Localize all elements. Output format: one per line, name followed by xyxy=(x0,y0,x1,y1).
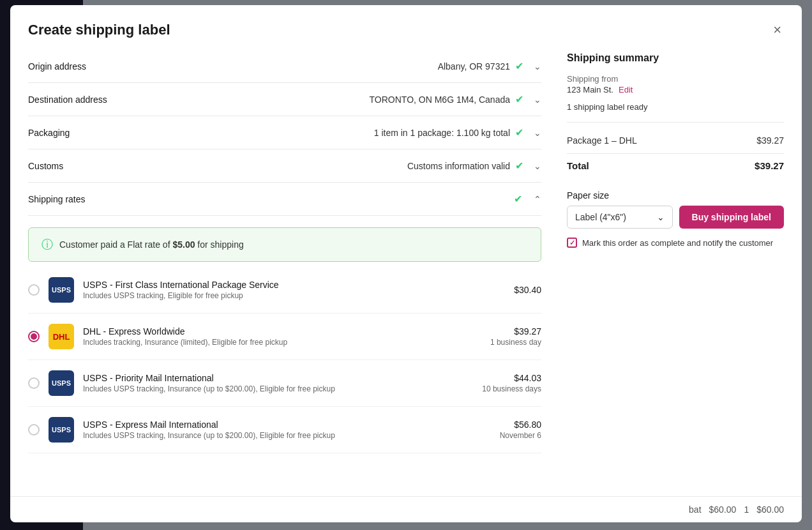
origin-chevron-icon: ⌄ xyxy=(534,61,541,72)
shipping-rates-label: Shipping rates xyxy=(28,194,86,204)
rate-price-usps-express: $56.80 xyxy=(500,420,541,430)
paper-size-chevron: ⌄ xyxy=(657,212,665,222)
rate-details-usps-express: Includes USPS tracking, Insurance (up to… xyxy=(83,431,491,440)
origin-check-icon: ✔ xyxy=(515,60,523,72)
buy-shipping-label-button[interactable]: Buy shipping label xyxy=(679,206,784,229)
summary-package-label: Package 1 – DHL xyxy=(567,135,637,146)
carrier-logo-usps-priority: USPS xyxy=(49,370,74,396)
rates-header-right: ✔ ⌃ xyxy=(514,193,541,205)
customs-check-icon: ✔ xyxy=(515,160,523,172)
origin-address-row[interactable]: Origin address Albany, OR 97321 ✔ ⌄ xyxy=(28,50,541,83)
rate-delivery-dhl-express: 1 business day xyxy=(490,338,541,347)
summary-shipping-from-label: Shipping from xyxy=(567,74,784,84)
rate-name-usps-first: USPS - First Class International Package… xyxy=(83,280,505,290)
rate-info-usps-first: USPS - First Class International Package… xyxy=(83,280,505,300)
rate-price-block-usps-priority: $44.03 10 business days xyxy=(482,373,541,393)
summary-address-line: 123 Main St. Edit xyxy=(567,85,784,95)
notify-checkbox[interactable]: ✓ xyxy=(567,238,577,248)
notify-row: ✓ Mark this order as complete and notify… xyxy=(567,238,784,248)
modal-header: Create shipping label × xyxy=(10,5,802,50)
rate-price-block-usps-express: $56.80 November 6 xyxy=(500,420,541,440)
rate-radio-dhl-express[interactable] xyxy=(28,331,40,342)
rate-option-usps-first[interactable]: USPS USPS - First Class International Pa… xyxy=(28,267,541,314)
rate-radio-usps-priority[interactable] xyxy=(28,377,40,389)
origin-address-label: Origin address xyxy=(28,61,117,72)
rate-price-block-usps-first: $30.40 xyxy=(514,285,541,295)
rate-name-usps-priority: USPS - Priority Mail International xyxy=(83,373,473,383)
rate-name-dhl-express: DHL - Express Worldwide xyxy=(83,326,481,337)
bottom-price2: $60.00 xyxy=(756,504,784,515)
info-circle-icon: ⓘ xyxy=(41,237,53,252)
summary-total-price: $39.27 xyxy=(755,160,784,171)
packaging-row[interactable]: Packaging 1 item in 1 package: 1.100 kg … xyxy=(28,116,541,149)
rate-option-usps-priority[interactable]: USPS USPS - Priority Mail International … xyxy=(28,360,541,407)
rate-details-usps-priority: Includes USPS tracking, Insurance (up to… xyxy=(83,384,473,393)
customs-label: Customs xyxy=(28,161,117,171)
paper-size-row: Label (4"x6") ⌄ Buy shipping label xyxy=(567,206,784,229)
info-banner-text: Customer paid a Flat rate of $5.00 for s… xyxy=(59,239,244,250)
rate-options-list: USPS USPS - First Class International Pa… xyxy=(28,267,541,453)
rate-radio-usps-first[interactable] xyxy=(28,284,40,296)
summary-package-row: Package 1 – DHL $39.27 xyxy=(567,130,784,151)
summary-address: 123 Main St. xyxy=(567,85,613,95)
rate-radio-usps-express[interactable] xyxy=(28,424,40,435)
destination-address-label: Destination address xyxy=(28,95,117,105)
notify-text: Mark this order as complete and notify t… xyxy=(582,238,773,248)
rate-price-dhl-express: $39.27 xyxy=(490,326,541,337)
rates-check-icon: ✔ xyxy=(514,193,522,205)
paper-size-label: Paper size xyxy=(567,190,784,201)
carrier-logo-usps-first: USPS xyxy=(49,277,74,303)
rate-delivery-usps-priority: 10 business days xyxy=(482,384,541,393)
paper-size-value: Label (4"x6") xyxy=(575,212,626,222)
customs-chevron-icon: ⌄ xyxy=(534,161,541,171)
summary-divider-1 xyxy=(567,122,784,123)
customs-value: Customs information valid ✔ ⌄ xyxy=(407,160,541,172)
rate-details-usps-first: Includes USPS tracking, Eligible for fre… xyxy=(83,291,505,300)
rate-delivery-usps-express: November 6 xyxy=(500,431,541,440)
modal-overlay: Create shipping label × Origin address A… xyxy=(0,0,812,530)
packaging-check-icon: ✔ xyxy=(515,126,523,139)
rate-option-dhl-express[interactable]: DHL DHL - Express Worldwide Includes tra… xyxy=(28,314,541,360)
rate-price-usps-priority: $44.03 xyxy=(482,373,541,383)
customs-row[interactable]: Customs Customs information valid ✔ ⌄ xyxy=(28,149,541,183)
summary-total-label: Total xyxy=(567,160,589,171)
summary-total-row: Total $39.27 xyxy=(567,153,784,178)
packaging-chevron-icon: ⌄ xyxy=(534,128,541,138)
packaging-value: 1 item in 1 package: 1.100 kg total ✔ ⌄ xyxy=(374,126,541,139)
origin-address-value: Albany, OR 97321 ✔ ⌄ xyxy=(438,60,541,72)
carrier-logo-usps-express: USPS xyxy=(49,417,74,443)
summary-package-price: $39.27 xyxy=(756,135,784,146)
modal-title: Create shipping label xyxy=(28,22,170,38)
rate-option-usps-express[interactable]: USPS USPS - Express Mail International I… xyxy=(28,407,541,453)
destination-check-icon: ✔ xyxy=(515,93,523,105)
rate-info-dhl-express: DHL - Express Worldwide Includes trackin… xyxy=(83,326,481,347)
rate-details-dhl-express: Includes tracking, Insurance (limited), … xyxy=(83,338,481,347)
rate-info-usps-priority: USPS - Priority Mail International Inclu… xyxy=(83,373,473,393)
rates-chevron-icon: ⌃ xyxy=(534,194,541,204)
close-button[interactable]: × xyxy=(771,20,784,40)
paper-size-select[interactable]: Label (4"x6") ⌄ xyxy=(567,206,673,229)
carrier-logo-dhl-express: DHL xyxy=(49,324,74,349)
summary-title: Shipping summary xyxy=(567,52,784,64)
bottom-bar: bat $60.00 1 $60.00 xyxy=(10,496,802,522)
bottom-item: bat xyxy=(689,504,701,515)
rate-price-usps-first: $30.40 xyxy=(514,285,541,295)
left-panel: Origin address Albany, OR 97321 ✔ ⌄ Dest… xyxy=(28,50,541,483)
bottom-price1: $60.00 xyxy=(709,504,737,515)
destination-address-row[interactable]: Destination address TORONTO, ON M6G 1M4,… xyxy=(28,83,541,116)
notify-checkmark: ✓ xyxy=(569,239,575,247)
destination-chevron-icon: ⌄ xyxy=(534,95,541,105)
modal-body: Origin address Albany, OR 97321 ✔ ⌄ Dest… xyxy=(10,50,802,496)
info-banner: ⓘ Customer paid a Flat rate of $5.00 for… xyxy=(28,227,541,262)
summary-label-ready: 1 shipping label ready xyxy=(567,102,784,112)
bottom-qty: 1 xyxy=(744,504,749,515)
rate-info-usps-express: USPS - Express Mail International Includ… xyxy=(83,420,491,440)
shipping-label-modal: Create shipping label × Origin address A… xyxy=(10,5,802,522)
rate-name-usps-express: USPS - Express Mail International xyxy=(83,420,491,430)
destination-address-value: TORONTO, ON M6G 1M4, Canada ✔ ⌄ xyxy=(370,93,541,105)
right-panel: Shipping summary Shipping from 123 Main … xyxy=(567,50,784,483)
rate-price-block-dhl-express: $39.27 1 business day xyxy=(490,326,541,347)
edit-address-link[interactable]: Edit xyxy=(619,85,633,95)
packaging-label: Packaging xyxy=(28,128,117,138)
shipping-rates-header[interactable]: Shipping rates ✔ ⌃ xyxy=(28,183,541,216)
